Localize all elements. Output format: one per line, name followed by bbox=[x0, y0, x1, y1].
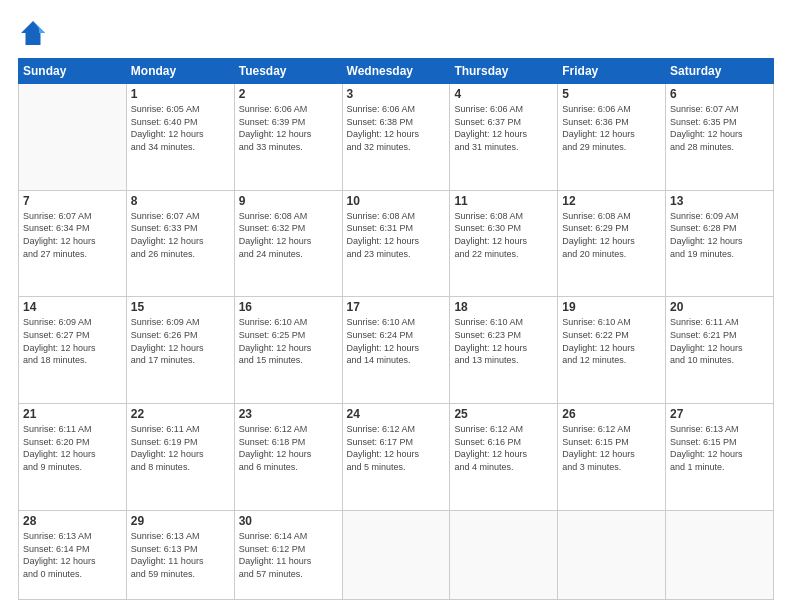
day-number: 26 bbox=[562, 407, 661, 421]
day-number: 20 bbox=[670, 300, 769, 314]
calendar-cell bbox=[19, 84, 127, 191]
day-info: Sunrise: 6:08 AMSunset: 6:30 PMDaylight:… bbox=[454, 210, 553, 260]
day-info: Sunrise: 6:14 AMSunset: 6:12 PMDaylight:… bbox=[239, 530, 338, 580]
day-number: 27 bbox=[670, 407, 769, 421]
day-number: 14 bbox=[23, 300, 122, 314]
day-info: Sunrise: 6:09 AMSunset: 6:28 PMDaylight:… bbox=[670, 210, 769, 260]
calendar-cell: 21Sunrise: 6:11 AMSunset: 6:20 PMDayligh… bbox=[19, 404, 127, 511]
calendar-cell: 18Sunrise: 6:10 AMSunset: 6:23 PMDayligh… bbox=[450, 297, 558, 404]
calendar-cell: 29Sunrise: 6:13 AMSunset: 6:13 PMDayligh… bbox=[126, 510, 234, 599]
day-number: 29 bbox=[131, 514, 230, 528]
calendar-cell: 9Sunrise: 6:08 AMSunset: 6:32 PMDaylight… bbox=[234, 190, 342, 297]
calendar-cell: 25Sunrise: 6:12 AMSunset: 6:16 PMDayligh… bbox=[450, 404, 558, 511]
calendar-cell: 5Sunrise: 6:06 AMSunset: 6:36 PMDaylight… bbox=[558, 84, 666, 191]
day-info: Sunrise: 6:13 AMSunset: 6:15 PMDaylight:… bbox=[670, 423, 769, 473]
day-info: Sunrise: 6:12 AMSunset: 6:17 PMDaylight:… bbox=[347, 423, 446, 473]
day-info: Sunrise: 6:07 AMSunset: 6:33 PMDaylight:… bbox=[131, 210, 230, 260]
page: SundayMondayTuesdayWednesdayThursdayFrid… bbox=[0, 0, 792, 612]
calendar-cell: 3Sunrise: 6:06 AMSunset: 6:38 PMDaylight… bbox=[342, 84, 450, 191]
calendar-table: SundayMondayTuesdayWednesdayThursdayFrid… bbox=[18, 58, 774, 600]
day-info: Sunrise: 6:06 AMSunset: 6:39 PMDaylight:… bbox=[239, 103, 338, 153]
calendar-cell: 8Sunrise: 6:07 AMSunset: 6:33 PMDaylight… bbox=[126, 190, 234, 297]
day-number: 22 bbox=[131, 407, 230, 421]
day-number: 4 bbox=[454, 87, 553, 101]
day-number: 7 bbox=[23, 194, 122, 208]
calendar-cell: 14Sunrise: 6:09 AMSunset: 6:27 PMDayligh… bbox=[19, 297, 127, 404]
day-info: Sunrise: 6:13 AMSunset: 6:14 PMDaylight:… bbox=[23, 530, 122, 580]
calendar-week-3: 14Sunrise: 6:09 AMSunset: 6:27 PMDayligh… bbox=[19, 297, 774, 404]
weekday-header-thursday: Thursday bbox=[450, 59, 558, 84]
logo-icon bbox=[18, 18, 48, 48]
day-number: 18 bbox=[454, 300, 553, 314]
weekday-header-row: SundayMondayTuesdayWednesdayThursdayFrid… bbox=[19, 59, 774, 84]
day-info: Sunrise: 6:12 AMSunset: 6:15 PMDaylight:… bbox=[562, 423, 661, 473]
day-number: 28 bbox=[23, 514, 122, 528]
day-number: 3 bbox=[347, 87, 446, 101]
day-info: Sunrise: 6:10 AMSunset: 6:22 PMDaylight:… bbox=[562, 316, 661, 366]
calendar-cell: 20Sunrise: 6:11 AMSunset: 6:21 PMDayligh… bbox=[666, 297, 774, 404]
day-info: Sunrise: 6:12 AMSunset: 6:18 PMDaylight:… bbox=[239, 423, 338, 473]
day-info: Sunrise: 6:08 AMSunset: 6:31 PMDaylight:… bbox=[347, 210, 446, 260]
day-number: 8 bbox=[131, 194, 230, 208]
day-info: Sunrise: 6:08 AMSunset: 6:32 PMDaylight:… bbox=[239, 210, 338, 260]
calendar-cell bbox=[666, 510, 774, 599]
calendar-cell: 27Sunrise: 6:13 AMSunset: 6:15 PMDayligh… bbox=[666, 404, 774, 511]
day-info: Sunrise: 6:12 AMSunset: 6:16 PMDaylight:… bbox=[454, 423, 553, 473]
day-number: 1 bbox=[131, 87, 230, 101]
calendar-cell: 30Sunrise: 6:14 AMSunset: 6:12 PMDayligh… bbox=[234, 510, 342, 599]
day-number: 15 bbox=[131, 300, 230, 314]
calendar-week-5: 28Sunrise: 6:13 AMSunset: 6:14 PMDayligh… bbox=[19, 510, 774, 599]
day-number: 30 bbox=[239, 514, 338, 528]
day-number: 21 bbox=[23, 407, 122, 421]
calendar-cell: 7Sunrise: 6:07 AMSunset: 6:34 PMDaylight… bbox=[19, 190, 127, 297]
day-number: 13 bbox=[670, 194, 769, 208]
day-number: 6 bbox=[670, 87, 769, 101]
calendar-cell bbox=[558, 510, 666, 599]
calendar-cell: 26Sunrise: 6:12 AMSunset: 6:15 PMDayligh… bbox=[558, 404, 666, 511]
weekday-header-tuesday: Tuesday bbox=[234, 59, 342, 84]
calendar-cell: 6Sunrise: 6:07 AMSunset: 6:35 PMDaylight… bbox=[666, 84, 774, 191]
calendar-cell: 13Sunrise: 6:09 AMSunset: 6:28 PMDayligh… bbox=[666, 190, 774, 297]
day-info: Sunrise: 6:08 AMSunset: 6:29 PMDaylight:… bbox=[562, 210, 661, 260]
day-info: Sunrise: 6:09 AMSunset: 6:27 PMDaylight:… bbox=[23, 316, 122, 366]
day-info: Sunrise: 6:07 AMSunset: 6:34 PMDaylight:… bbox=[23, 210, 122, 260]
day-number: 23 bbox=[239, 407, 338, 421]
calendar-cell: 1Sunrise: 6:05 AMSunset: 6:40 PMDaylight… bbox=[126, 84, 234, 191]
day-number: 12 bbox=[562, 194, 661, 208]
calendar-cell: 15Sunrise: 6:09 AMSunset: 6:26 PMDayligh… bbox=[126, 297, 234, 404]
calendar-cell: 11Sunrise: 6:08 AMSunset: 6:30 PMDayligh… bbox=[450, 190, 558, 297]
calendar-cell bbox=[450, 510, 558, 599]
logo bbox=[18, 18, 54, 48]
day-number: 5 bbox=[562, 87, 661, 101]
day-number: 16 bbox=[239, 300, 338, 314]
calendar-cell: 22Sunrise: 6:11 AMSunset: 6:19 PMDayligh… bbox=[126, 404, 234, 511]
day-info: Sunrise: 6:10 AMSunset: 6:25 PMDaylight:… bbox=[239, 316, 338, 366]
day-info: Sunrise: 6:10 AMSunset: 6:24 PMDaylight:… bbox=[347, 316, 446, 366]
calendar-cell: 19Sunrise: 6:10 AMSunset: 6:22 PMDayligh… bbox=[558, 297, 666, 404]
day-info: Sunrise: 6:07 AMSunset: 6:35 PMDaylight:… bbox=[670, 103, 769, 153]
calendar-cell: 4Sunrise: 6:06 AMSunset: 6:37 PMDaylight… bbox=[450, 84, 558, 191]
day-number: 19 bbox=[562, 300, 661, 314]
day-number: 2 bbox=[239, 87, 338, 101]
calendar-cell: 16Sunrise: 6:10 AMSunset: 6:25 PMDayligh… bbox=[234, 297, 342, 404]
calendar-week-1: 1Sunrise: 6:05 AMSunset: 6:40 PMDaylight… bbox=[19, 84, 774, 191]
day-number: 24 bbox=[347, 407, 446, 421]
weekday-header-sunday: Sunday bbox=[19, 59, 127, 84]
day-number: 10 bbox=[347, 194, 446, 208]
header bbox=[18, 18, 774, 48]
calendar-cell: 12Sunrise: 6:08 AMSunset: 6:29 PMDayligh… bbox=[558, 190, 666, 297]
day-info: Sunrise: 6:11 AMSunset: 6:20 PMDaylight:… bbox=[23, 423, 122, 473]
day-info: Sunrise: 6:11 AMSunset: 6:21 PMDaylight:… bbox=[670, 316, 769, 366]
calendar-cell bbox=[342, 510, 450, 599]
day-info: Sunrise: 6:10 AMSunset: 6:23 PMDaylight:… bbox=[454, 316, 553, 366]
day-info: Sunrise: 6:06 AMSunset: 6:37 PMDaylight:… bbox=[454, 103, 553, 153]
calendar-cell: 24Sunrise: 6:12 AMSunset: 6:17 PMDayligh… bbox=[342, 404, 450, 511]
day-info: Sunrise: 6:06 AMSunset: 6:36 PMDaylight:… bbox=[562, 103, 661, 153]
calendar-cell: 2Sunrise: 6:06 AMSunset: 6:39 PMDaylight… bbox=[234, 84, 342, 191]
weekday-header-friday: Friday bbox=[558, 59, 666, 84]
day-info: Sunrise: 6:05 AMSunset: 6:40 PMDaylight:… bbox=[131, 103, 230, 153]
weekday-header-wednesday: Wednesday bbox=[342, 59, 450, 84]
day-info: Sunrise: 6:11 AMSunset: 6:19 PMDaylight:… bbox=[131, 423, 230, 473]
day-number: 11 bbox=[454, 194, 553, 208]
weekday-header-saturday: Saturday bbox=[666, 59, 774, 84]
